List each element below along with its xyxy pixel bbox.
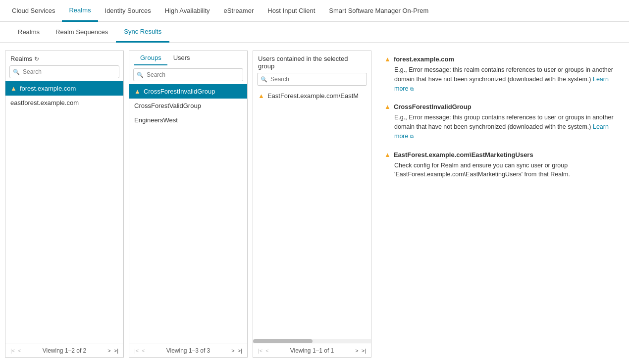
- warning-icon: ▲: [134, 88, 141, 95]
- error-body-forest: E.g., Error message: this realm contains…: [384, 65, 616, 93]
- error-body-eastforest: Check config for Realm and ensure you ca…: [384, 161, 616, 180]
- realms-title-label: Realms: [10, 55, 32, 62]
- list-item[interactable]: ▲ forest.example.com: [5, 81, 123, 96]
- error-section-crossforest: ▲ CrossForestInvalidGroup E.g., Error me…: [384, 103, 616, 141]
- sub-nav-realms[interactable]: Realms: [10, 22, 48, 43]
- users-pagination-next: > >|: [354, 347, 367, 354]
- realms-list: ▲ forest.example.com eastforest.example.…: [5, 81, 123, 344]
- error-title-label: forest.example.com: [394, 55, 454, 63]
- list-item-label: forest.example.com: [20, 85, 76, 92]
- error-section-eastforest: ▲ EastForest.example.com\EastMarketingUs…: [384, 151, 616, 180]
- first-page-button[interactable]: |<: [257, 347, 263, 354]
- last-page-button[interactable]: >|: [237, 347, 243, 354]
- users-contained-label: Users contained in the selected group: [258, 55, 366, 70]
- error-title-label: CrossForestInvalidGroup: [394, 103, 472, 110]
- realms-panel-title: Realms ↻: [10, 55, 39, 62]
- list-item-label: CrossForestInvalidGroup: [144, 88, 215, 95]
- next-page-button[interactable]: >: [354, 347, 359, 354]
- groups-pagination: |< <: [133, 347, 146, 354]
- users-panel: Users contained in the selected group 🔍 …: [253, 51, 371, 358]
- sub-navigation: Realms Realm Sequences Sync Results: [0, 22, 629, 43]
- list-item-label: eastforest.example.com: [10, 99, 79, 106]
- error-message: Check config for Realm and ensure you ca…: [394, 162, 570, 178]
- error-details-panel: ▲ forest.example.com E.g., Error message…: [376, 51, 624, 364]
- error-title-forest: ▲ forest.example.com: [384, 55, 616, 63]
- top-nav-host-input-client[interactable]: Host Input Client: [261, 0, 322, 22]
- groups-viewing-label: Viewing 1–3 of 3: [166, 347, 210, 354]
- realms-viewing-label: Viewing 1–2 of 2: [43, 347, 87, 354]
- error-section-forest: ▲ forest.example.com E.g., Error message…: [384, 55, 616, 93]
- top-nav-smart-software-manager[interactable]: Smart Software Manager On-Prem: [322, 0, 435, 22]
- users-search-icon: 🔍: [261, 76, 267, 83]
- error-message: E.g., Error message: this realm contains…: [394, 66, 613, 83]
- list-item[interactable]: ▲ CrossForestInvalidGroup: [129, 84, 247, 99]
- warning-icon: ▲: [258, 92, 264, 100]
- top-nav-high-availability[interactable]: High Availability: [158, 0, 217, 22]
- last-page-button[interactable]: >|: [113, 347, 119, 354]
- realms-pagination: |< <: [9, 347, 22, 354]
- users-panel-footer: |< < Viewing 1–1 of 1 > >|: [253, 344, 371, 357]
- last-page-button[interactable]: >|: [361, 347, 367, 354]
- groups-panel-footer: |< < Viewing 1–3 of 3 > >|: [129, 344, 247, 357]
- list-item[interactable]: CrossForestValidGroup: [129, 99, 247, 113]
- realms-pagination-next: > >|: [106, 347, 119, 354]
- external-link-icon: ⧉: [410, 86, 414, 92]
- error-title-eastforest: ▲ EastForest.example.com\EastMarketingUs…: [384, 151, 616, 158]
- sub-nav-realm-sequences[interactable]: Realm Sequences: [48, 22, 116, 43]
- groups-search-icon: 🔍: [137, 72, 144, 78]
- warning-icon: ▲: [384, 55, 391, 63]
- realms-panel-footer: |< < Viewing 1–2 of 2 > >|: [5, 344, 123, 357]
- first-page-button[interactable]: |<: [9, 347, 16, 354]
- warning-icon: ▲: [384, 151, 391, 158]
- warning-icon: ▲: [10, 85, 17, 92]
- error-title-crossforest: ▲ CrossForestInvalidGroup: [384, 103, 616, 110]
- realms-refresh-icon[interactable]: ↻: [34, 55, 39, 62]
- next-page-button[interactable]: >: [230, 347, 235, 354]
- users-search-input[interactable]: [257, 73, 367, 86]
- sub-nav-sync-results[interactable]: Sync Results: [116, 22, 169, 43]
- prev-page-button[interactable]: <: [17, 347, 22, 354]
- main-content: Realms ↻ 🔍 ▲ forest.example.com eastfore…: [0, 43, 629, 364]
- prev-page-button[interactable]: <: [141, 347, 146, 354]
- list-item-label: CrossForestValidGroup: [134, 102, 201, 109]
- realms-panel-header: Realms ↻: [5, 51, 123, 62]
- list-item[interactable]: EngineersWest: [129, 113, 247, 127]
- groups-search-box: 🔍: [133, 68, 243, 81]
- realms-search-box: 🔍: [9, 65, 119, 78]
- external-link-icon: ⧉: [410, 134, 414, 139]
- users-list: ▲ EastForest.example.com\EastM: [253, 89, 371, 214]
- next-page-button[interactable]: >: [106, 347, 111, 354]
- prev-page-button[interactable]: <: [264, 347, 269, 354]
- users-contained-title: Users contained in the selected group: [258, 55, 366, 70]
- users-scroll-bar[interactable]: [253, 339, 371, 344]
- error-message: E.g., Error message: this group contains…: [394, 114, 614, 130]
- tab-groups[interactable]: Groups: [134, 51, 167, 65]
- groups-panel: Groups Users 🔍 ▲ CrossForestInvalidGroup…: [129, 51, 248, 358]
- list-item[interactable]: eastforest.example.com: [5, 96, 123, 110]
- top-nav-realms[interactable]: Realms: [62, 0, 98, 22]
- error-body-crossforest: E.g., Error message: this group contains…: [384, 113, 616, 141]
- error-title-label: EastForest.example.com\EastMarketingUser…: [394, 151, 533, 158]
- groups-tabs: Groups Users: [129, 51, 247, 65]
- groups-list: ▲ CrossForestInvalidGroup CrossForestVal…: [129, 84, 247, 344]
- warning-icon: ▲: [384, 103, 391, 110]
- tab-users[interactable]: Users: [167, 51, 196, 65]
- realms-search-input[interactable]: [9, 65, 119, 78]
- users-search-box: 🔍: [257, 73, 367, 86]
- list-item[interactable]: ▲ EastForest.example.com\EastM: [253, 89, 371, 103]
- top-nav-cloud-services[interactable]: Cloud Services: [5, 0, 62, 22]
- top-nav-estreamer[interactable]: eStreamer: [217, 0, 261, 22]
- top-nav-identity-sources[interactable]: Identity Sources: [98, 0, 158, 22]
- list-item-label: EngineersWest: [134, 116, 178, 124]
- users-panel-header: Users contained in the selected group: [253, 51, 371, 70]
- realms-panel: Realms ↻ 🔍 ▲ forest.example.com eastfore…: [5, 51, 124, 358]
- users-pagination: |< <: [257, 347, 270, 354]
- groups-pagination-next: > >|: [230, 347, 243, 354]
- top-navigation: Cloud Services Realms Identity Sources H…: [0, 0, 629, 22]
- users-viewing-label: Viewing 1–1 of 1: [290, 347, 334, 354]
- first-page-button[interactable]: |<: [133, 347, 140, 354]
- list-item-label: EastForest.example.com\EastM: [267, 92, 359, 100]
- realms-search-icon: 🔍: [13, 69, 20, 75]
- groups-search-input[interactable]: [133, 68, 243, 81]
